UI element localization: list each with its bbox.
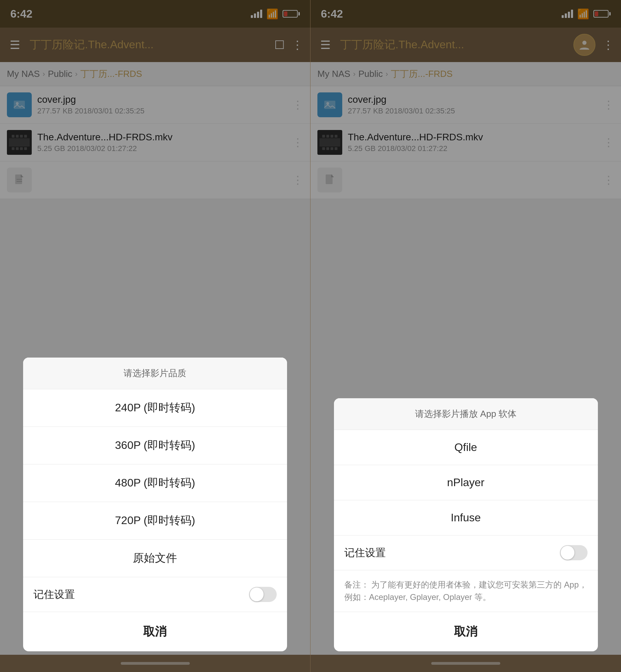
left-toggle-label: 记住设置 [33, 588, 75, 602]
right-sheet-option-infuse[interactable]: Infuse [334, 500, 598, 535]
left-sheet-toggle-row: 记住设置 [23, 577, 287, 612]
right-sheet-toggle-row: 记住设置 [334, 535, 598, 570]
left-overlay: 请选择影片品质 240P (即时转码) 360P (即时转码) 480P (即时… [0, 0, 310, 672]
right-sheet-title: 请选择影片播放 App 软体 [334, 398, 598, 430]
right-sheet-option-nplayer[interactable]: nPlayer [334, 465, 598, 500]
right-toggle-label: 记住设置 [344, 546, 386, 560]
right-sheet-cancel[interactable]: 取消 [334, 612, 598, 651]
right-sheet-note: 备注： 为了能有更好的使用者体验，建议您可安装第三方的 App，例如：Acepl… [334, 570, 598, 612]
right-bottom-sheet: 请选择影片播放 App 软体 Qfile nPlayer Infuse 记住设置… [334, 398, 598, 651]
right-phone-panel: 6:42 📶 ☰ 丁丁历险记.The.Advent... [310, 0, 621, 672]
right-sheet-option-qfile[interactable]: Qfile [334, 430, 598, 465]
left-toggle-switch[interactable] [249, 587, 277, 602]
left-sheet-option-480p[interactable]: 480P (即时转码) [23, 464, 287, 502]
left-sheet-option-240p[interactable]: 240P (即时转码) [23, 389, 287, 427]
left-sheet-option-360p[interactable]: 360P (即时转码) [23, 427, 287, 464]
right-toggle-switch[interactable] [560, 545, 588, 560]
right-overlay: 请选择影片播放 App 软体 Qfile nPlayer Infuse 记住设置… [310, 0, 621, 672]
left-sheet-option-720p[interactable]: 720P (即时转码) [23, 502, 287, 540]
left-sheet-title: 请选择影片品质 [23, 358, 287, 389]
left-sheet-option-original[interactable]: 原始文件 [23, 540, 287, 577]
right-toggle-knob [561, 546, 574, 560]
left-toggle-knob [250, 588, 264, 601]
left-sheet-cancel[interactable]: 取消 [23, 612, 287, 651]
left-bottom-sheet: 请选择影片品质 240P (即时转码) 360P (即时转码) 480P (即时… [23, 358, 287, 651]
left-phone-panel: 6:42 📶 ☰ 丁丁历险记.The.Advent... ☐ ⋮ My NAS [0, 0, 310, 672]
